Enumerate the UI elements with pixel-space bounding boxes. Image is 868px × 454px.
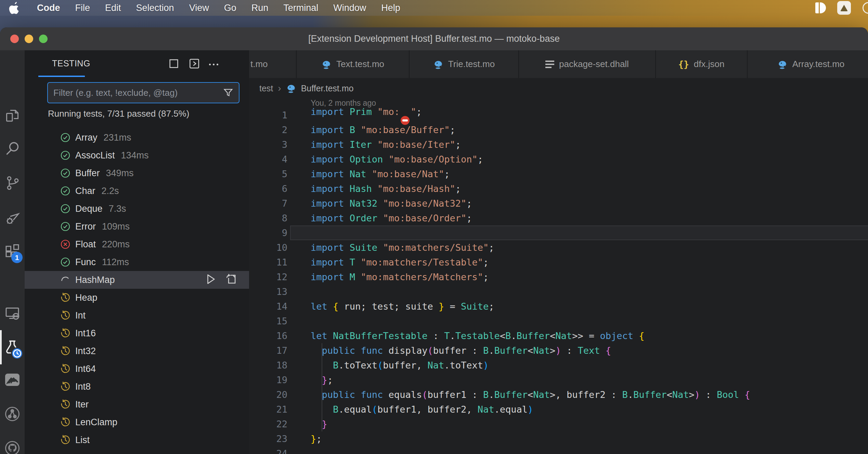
code-line-20[interactable]: 20 public func equals(buffer1 : B.Buffer… [249, 387, 868, 402]
test-row-lenclamp[interactable]: LenClamp [25, 413, 249, 431]
code-line-23[interactable]: 23}; [249, 431, 868, 446]
tab-dfx-json[interactable]: {}dfx.json [656, 50, 748, 78]
apple-logo-icon[interactable] [9, 2, 20, 14]
test-duration: 109ms [102, 221, 130, 232]
code-line-5[interactable]: 5import Nat "mo:base/Nat"; [249, 167, 868, 181]
test-row-int16[interactable]: Int16 [25, 324, 249, 342]
code-line-2[interactable]: 2import B "mo:base/Buffer"; [249, 122, 868, 137]
github-icon[interactable] [0, 432, 25, 454]
minimize-window-button[interactable] [25, 35, 33, 43]
run-boxed-icon[interactable] [189, 58, 200, 71]
code-line-4[interactable]: 4import Option "mo:base/Option"; [249, 152, 868, 167]
breadcrumb-file[interactable]: Buffer.test.mo [301, 83, 354, 93]
test-row-buffer[interactable]: Buffer349ms [25, 164, 249, 182]
stop-square-icon[interactable] [168, 58, 180, 71]
funnel-icon[interactable] [223, 88, 233, 98]
tab-array-test-mo[interactable]: Array.test.mo [748, 50, 868, 78]
code-line-1[interactable]: 1import Prim "mo:⛔"; [249, 108, 868, 122]
queued-status-icon [60, 399, 70, 410]
test-row-int[interactable]: Int [25, 307, 249, 324]
test-row-int32[interactable]: Int32 [25, 342, 249, 360]
code-line-8[interactable]: 8import Order "mo:base/Order"; [249, 211, 868, 225]
extensions-icon[interactable]: 1 [0, 236, 25, 267]
code-line-3[interactable]: 3import Iter "mo:base/Iter"; [249, 137, 868, 152]
menu-help[interactable]: Help [374, 3, 408, 13]
breadcrumb-folder[interactable]: test [259, 83, 273, 93]
test-row-float[interactable]: Float220ms [25, 235, 249, 253]
code-line-6[interactable]: 6import Hash "mo:base/Hash"; [249, 181, 868, 196]
code-line-12[interactable]: 12import M "mo:matchers/Matchers"; [249, 270, 868, 284]
test-row-iter[interactable]: Iter [25, 395, 249, 413]
tab-label: Trie.test.mo [448, 59, 495, 69]
queued-status-icon [60, 293, 70, 303]
partial-circle-icon[interactable] [863, 2, 868, 14]
code-line-18[interactable]: 18 B.toText(buffer, Nat.toText) [249, 358, 868, 373]
test-row-hashmap[interactable]: HashMap [25, 271, 249, 289]
test-row-assoclist[interactable]: AssocList134ms [25, 146, 249, 164]
tab-trie-test-mo[interactable]: Trie.test.mo [410, 50, 519, 78]
code-line-22[interactable]: 22 } [249, 417, 868, 431]
passed-status-icon [60, 150, 70, 160]
menu-window[interactable]: Window [326, 3, 374, 13]
code-line-10[interactable]: 10import Suite "mo:matchers/Suite"; [249, 240, 868, 255]
close-window-button[interactable] [10, 35, 19, 43]
test-name: Error [75, 221, 96, 232]
search-icon[interactable] [0, 133, 25, 165]
tab-package-set-dhall[interactable]: package-set.dhall [519, 50, 656, 78]
menu-edit[interactable]: Edit [98, 3, 129, 13]
code-area[interactable]: You, 2 months ago 1import Prim "mo:⛔";2i… [249, 99, 868, 454]
test-name: List [75, 435, 90, 445]
code-line-24[interactable]: 24 [249, 446, 868, 454]
line-text: import Nat32 "mo:base/Nat32"; [287, 198, 472, 209]
code-line-9[interactable]: 9 [249, 225, 868, 240]
test-row-char[interactable]: Char2.2s [25, 182, 249, 200]
code-line-14[interactable]: 14let { run; test; suite } = Suite; [249, 299, 868, 314]
tab-label: dfx.json [694, 59, 725, 69]
test-row-deque[interactable]: Deque7.3s [25, 200, 249, 218]
tab-t-mo[interactable]: t.mo [249, 50, 297, 78]
code-line-7[interactable]: 7import Nat32 "mo:base/Nat32"; [249, 196, 868, 211]
test-row-array[interactable]: Array231ms [25, 129, 249, 146]
remote-explorer-icon[interactable] [0, 298, 25, 329]
source-control-icon[interactable] [0, 167, 25, 199]
code-line-13[interactable]: 13 [249, 284, 868, 299]
menu-code[interactable]: Code [29, 3, 68, 13]
test-filter-input[interactable]: Filter (e.g. text, !exclude, @tag) [47, 82, 239, 103]
explorer-icon[interactable] [0, 100, 25, 132]
molecule-extension-icon[interactable] [0, 398, 25, 430]
run-test-button[interactable] [204, 273, 217, 287]
test-row-error[interactable]: Error109ms [25, 218, 249, 235]
camel-extension-icon[interactable] [0, 364, 25, 395]
motoko-file-icon [777, 59, 788, 69]
testing-icon[interactable] [0, 332, 25, 363]
test-duration: 231ms [104, 132, 131, 143]
menu-run[interactable]: Run [244, 3, 276, 13]
test-row-heap[interactable]: Heap [25, 289, 249, 307]
test-row-func[interactable]: Func112ms [25, 253, 249, 271]
display-arrangement-icon[interactable] [815, 2, 826, 13]
code-line-11[interactable]: 11import T "mo:matchers/Testable"; [249, 255, 868, 270]
run-and-debug-icon[interactable] [0, 202, 25, 234]
test-name: Int16 [75, 328, 96, 339]
test-row-list[interactable]: List [25, 431, 249, 449]
more-actions-icon[interactable] [209, 59, 218, 70]
code-line-21[interactable]: 21 B.equal(buffer1, buffer2, Nat.equal) [249, 402, 868, 417]
zoom-window-button[interactable] [39, 35, 48, 43]
go-to-test-button[interactable] [225, 273, 238, 287]
code-line-16[interactable]: 16let NatBufferTestable : T.Testable<B.B… [249, 328, 868, 343]
menu-file[interactable]: File [68, 3, 98, 13]
test-name: Int8 [75, 381, 91, 392]
test-row-int8[interactable]: Int8 [25, 378, 249, 395]
title-bar[interactable]: [Extension Development Host] Buffer.test… [0, 27, 868, 50]
test-row-int64[interactable]: Int64 [25, 360, 249, 378]
menu-view[interactable]: View [182, 3, 217, 13]
menu-go[interactable]: Go [217, 3, 244, 13]
app-triangle-icon[interactable] [837, 1, 851, 15]
menu-selection[interactable]: Selection [129, 3, 182, 13]
code-line-19[interactable]: 19 }; [249, 373, 868, 387]
code-line-17[interactable]: 17 public func display(buffer : B.Buffer… [249, 343, 868, 358]
code-line-15[interactable]: 15 [249, 314, 868, 328]
tab-text-test-mo[interactable]: Text.test.mo [297, 50, 410, 78]
menu-terminal[interactable]: Terminal [276, 3, 326, 13]
breadcrumb[interactable]: test › Buffer.test.mo [249, 78, 868, 99]
